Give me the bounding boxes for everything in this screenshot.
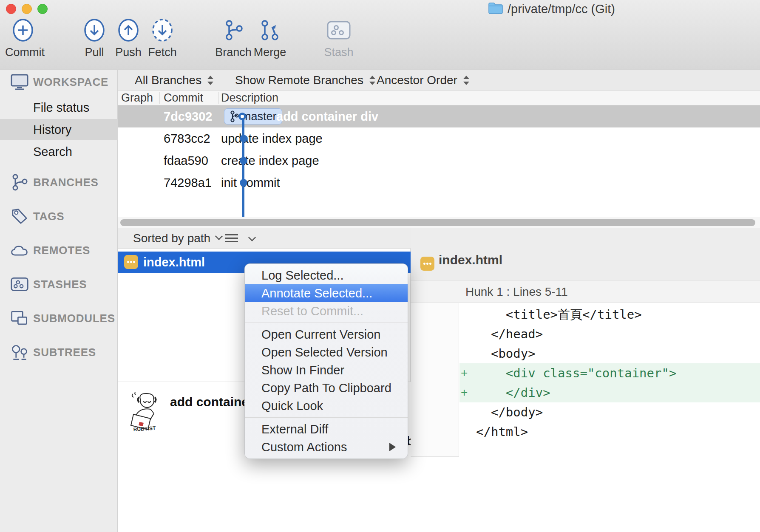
close-window-button[interactable] xyxy=(6,4,16,14)
added-line-sign: + xyxy=(461,383,468,402)
sidebar-section-remotes[interactable]: REMOTES xyxy=(0,239,118,261)
sidebar-section-tags[interactable]: TAGS xyxy=(0,205,118,227)
commit-plus-icon xyxy=(5,17,41,43)
history-filter-bar: All Branches Show Remote Branches Ancest… xyxy=(118,70,760,91)
commit-graph-node-head xyxy=(238,113,246,120)
sidebar-section-submodules[interactable]: SUBMODULES xyxy=(0,307,118,329)
menu-item-quick-look[interactable]: Quick Look xyxy=(245,397,408,415)
menu-separator xyxy=(245,417,408,418)
modified-file-icon xyxy=(420,257,434,271)
sidebar-item-search[interactable]: Search xyxy=(0,141,118,162)
commit-graph-node xyxy=(240,157,247,164)
diff-line-added: 8 + <div class="container"> xyxy=(411,363,760,383)
sidebar-section-workspace[interactable]: WORKSPACE xyxy=(0,71,118,93)
diff-gutter xyxy=(411,303,459,457)
stash-icon xyxy=(320,17,357,43)
modified-file-icon xyxy=(124,255,138,269)
commit-row[interactable]: 74298a1 init commit xyxy=(118,172,760,194)
sidebar-section-branches[interactable]: BRANCHES xyxy=(0,171,118,193)
diff-body: 55 <title>首頁</title> 66 </head> 77 <body… xyxy=(411,303,760,532)
fetch-dashed-icon xyxy=(145,17,180,43)
window-title-text: /private/tmp/cc (Git) xyxy=(508,2,615,16)
menu-item-external-diff[interactable]: External Diff xyxy=(245,420,408,438)
pull-button[interactable]: Pull xyxy=(77,17,112,64)
tag-icon xyxy=(10,207,29,226)
commit-row[interactable]: 6783cc2 update index page xyxy=(118,127,760,150)
commit-graph-node xyxy=(240,179,247,187)
scrollbar-thumb[interactable] xyxy=(120,219,755,226)
hunk-header: Hunk 1 : Lines 5-11 xyxy=(411,280,760,303)
diff-line: 66 </head> xyxy=(411,324,760,344)
zoom-window-button[interactable] xyxy=(37,4,48,14)
menu-separator xyxy=(245,323,408,323)
monitor-icon xyxy=(10,73,29,91)
sidebar: WORKSPACE File status History Search BRA… xyxy=(0,70,118,532)
branch-button[interactable]: Branch xyxy=(215,17,252,64)
context-menu: Log Selected... Annotate Selected... Res… xyxy=(244,263,408,459)
sidebar-section-subtrees[interactable]: SUBTREES xyxy=(0,341,118,363)
diff-file-header[interactable]: index.html xyxy=(411,228,760,280)
diff-line: 77 <body> xyxy=(411,344,760,363)
menu-item-annotate-selected[interactable]: Annotate Selected... xyxy=(245,284,408,302)
menu-item-open-selected-version[interactable]: Open Selected Version xyxy=(245,343,408,361)
fetch-button[interactable]: Fetch xyxy=(145,17,180,64)
diff-line-added: 9 + </div> xyxy=(411,383,760,402)
file-list-header: Sorted by path xyxy=(118,228,411,249)
menu-item-copy-path[interactable]: Copy Path To Clipboard xyxy=(245,379,408,397)
merge-icon xyxy=(252,17,288,43)
stashes-icon xyxy=(10,275,29,294)
diff-line: 55 <title>首頁</title> xyxy=(411,305,760,324)
menu-item-custom-actions[interactable]: Custom Actions xyxy=(245,438,408,456)
cloud-icon xyxy=(10,241,29,260)
sidebar-item-file-status[interactable]: File status xyxy=(0,97,118,118)
menu-item-reset-to-commit: Reset to Commit... xyxy=(245,302,408,320)
view-options-icon[interactable] xyxy=(225,234,238,243)
menu-item-open-current-version[interactable]: Open Current Version xyxy=(245,325,408,343)
submenu-arrow-icon xyxy=(389,443,396,451)
added-line-sign: + xyxy=(461,363,468,383)
diff-line: 911 </html> xyxy=(411,422,760,441)
subtrees-icon xyxy=(10,343,29,362)
column-description[interactable]: Description xyxy=(221,91,278,105)
chevron-down-icon[interactable] xyxy=(248,234,256,241)
sort-dropdown[interactable]: Sorted by path xyxy=(133,228,222,249)
popup-arrows-icon xyxy=(207,75,213,86)
popup-arrows-icon xyxy=(463,75,469,86)
folder-icon xyxy=(488,2,503,16)
commit-table-header: Graph Commit Description xyxy=(118,91,760,105)
sidebar-item-history[interactable]: History xyxy=(0,119,118,140)
column-graph[interactable]: Graph xyxy=(121,91,153,105)
pull-down-icon xyxy=(77,17,112,43)
merge-button[interactable]: Merge xyxy=(252,17,288,64)
remote-branches-dropdown[interactable]: Show Remote Branches xyxy=(235,70,375,91)
branch-badge-icon xyxy=(230,110,239,122)
branches-icon xyxy=(10,173,29,192)
svg-text:RUBYIST: RUBYIST xyxy=(133,425,156,433)
diff-pane: index.html Hunk 1 : Lines 5-11 55 <title… xyxy=(411,228,760,532)
popup-arrows-icon xyxy=(369,75,375,86)
push-up-icon xyxy=(111,17,146,43)
minimize-window-button[interactable] xyxy=(22,4,32,14)
sourcetree-window: /private/tmp/cc (Git) Commit Pull Push xyxy=(0,0,760,532)
diff-line: 810 </body> xyxy=(411,402,760,422)
menu-item-log-selected[interactable]: Log Selected... xyxy=(245,266,408,284)
history-pane: All Branches Show Remote Branches Ancest… xyxy=(118,70,760,228)
order-dropdown[interactable]: Ancestor Order xyxy=(377,70,469,91)
branch-icon xyxy=(215,17,252,43)
commit-button[interactable]: Commit xyxy=(5,17,41,64)
commit-graph-node xyxy=(240,135,247,142)
sidebar-section-stashes[interactable]: STASHES xyxy=(0,273,118,295)
column-commit[interactable]: Commit xyxy=(164,91,203,105)
stash-button: Stash xyxy=(320,17,357,64)
commit-row-selected[interactable]: 7dc9302 master add container div xyxy=(118,105,760,127)
branch-badge: master xyxy=(224,108,282,125)
window-chrome: /private/tmp/cc (Git) Commit Pull Push xyxy=(0,0,760,70)
menu-item-show-in-finder[interactable]: Show In Finder xyxy=(245,361,408,379)
avatar: RUBYIST xyxy=(128,390,165,433)
branch-filter-dropdown[interactable]: All Branches xyxy=(135,70,213,91)
submodules-icon xyxy=(10,309,29,328)
push-button[interactable]: Push xyxy=(111,17,146,64)
horizontal-scrollbar[interactable] xyxy=(118,217,760,228)
commit-row[interactable]: fdaa590 create index page xyxy=(118,150,760,172)
window-title: /private/tmp/cc (Git) xyxy=(488,2,615,16)
